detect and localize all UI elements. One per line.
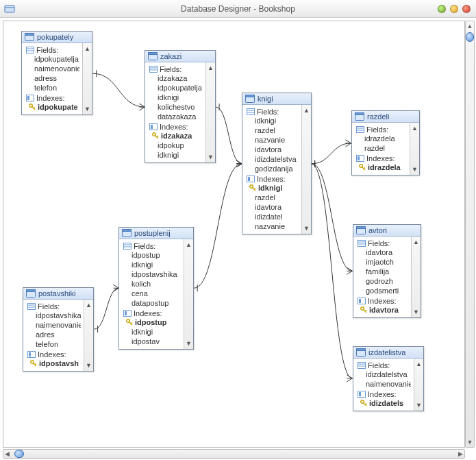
field-row[interactable]: telefon [26,83,79,93]
field-row[interactable]: idizdatelstva [358,370,411,379]
table-pokupately[interactable]: pokupatelyFields:idpokupateljanaimenovan… [21,31,92,115]
table-knigi[interactable]: knigiFields:idknigirazdelnazvanieidavtor… [242,93,312,234]
index-row-primary[interactable]: idzakaza [149,131,203,141]
scroll-up-icon[interactable]: ▲ [303,106,311,114]
window-titlebar[interactable]: Database Designer - Bookshop [0,0,476,18]
scroll-down-icon[interactable]: ▼ [415,401,423,409]
index-row-primary[interactable]: idavtora [358,305,408,315]
field-row[interactable]: naimenovanie [358,379,411,389]
scroll-down-icon[interactable]: ▼ [411,165,419,173]
table-header[interactable]: avtori [353,225,421,237]
table-header[interactable]: knigi [242,93,311,105]
scroll-up-icon[interactable]: ▲ [84,45,92,53]
table-postavshiki[interactable]: postavshikiFields:idpostavshikanaimenova… [23,287,94,372]
field-row[interactable]: razdel [247,125,299,135]
field-row[interactable]: idknigi [149,93,203,102]
scroll-up-icon[interactable]: ▲ [467,23,473,29]
table-header[interactable]: izdatelistva [353,347,423,359]
index-row[interactable]: idizdatel [247,212,299,221]
index-row-primary[interactable]: idrazdela [356,162,407,172]
field-row[interactable]: kolich [123,279,181,289]
field-row[interactable]: idavtora [247,145,299,154]
minimize-button[interactable] [438,5,446,13]
scroll-down-icon[interactable]: ▼ [412,308,421,316]
field-row[interactable]: idknigi [123,260,181,269]
field-row[interactable]: idzakaza [149,73,203,83]
table-scrollbar[interactable]: ▲▼ [410,123,419,175]
scroll-up-icon[interactable]: ▲ [85,301,93,309]
scroll-up-icon[interactable]: ▲ [185,241,193,249]
vertical-scroll-thumb[interactable] [466,32,474,42]
scroll-down-icon[interactable]: ▼ [303,224,311,232]
field-row[interactable]: godizdanija [247,164,299,173]
index-row[interactable]: idavtora [247,202,299,212]
table-postuplenij[interactable]: postuplenijFields:idpostupidknigiidposta… [118,227,194,350]
field-row[interactable]: naimenovanie [26,64,79,73]
table-scrollbar[interactable]: ▲▼ [205,62,215,162]
horizontal-scrollbar[interactable]: ◀ ▶ [3,449,465,459]
table-header[interactable]: razdeli [352,111,419,123]
index-row[interactable]: idknigi [149,150,203,160]
index-row[interactable]: idknigi [123,327,181,337]
index-row-primary[interactable]: idpokupate [26,102,79,112]
horizontal-scroll-thumb[interactable] [14,450,24,458]
field-row[interactable]: idpostup [123,250,181,260]
scroll-up-icon[interactable]: ▲ [415,360,423,368]
scroll-up-icon[interactable]: ▲ [207,64,215,72]
field-row[interactable]: idpostavshika [123,269,181,279]
scroll-right-icon[interactable]: ▶ [458,450,463,457]
field-row[interactable]: razdel [356,143,407,153]
table-scrollbar[interactable]: ▲▼ [414,359,423,411]
vertical-scrollbar[interactable]: ▲ ▼ [465,21,475,448]
table-zakazi[interactable]: zakaziFields:idzakazaidpokupateljaidknig… [145,50,216,163]
table-scrollbar[interactable]: ▲▼ [84,300,93,371]
field-row[interactable]: idavtora [358,247,408,257]
field-row[interactable]: idpokupatelja [26,54,79,64]
scroll-down-icon[interactable]: ▼ [85,361,93,370]
scroll-down-icon[interactable]: ▼ [185,339,193,348]
field-row[interactable]: adress [26,73,79,83]
field-row[interactable]: telefon [27,339,81,349]
table-razdeli[interactable]: razdeliFields:idrazdelarazdelIndexes:idr… [351,110,420,175]
field-row[interactable]: kolichestvo [149,102,203,112]
table-scrollbar[interactable]: ▲▼ [82,43,92,114]
field-row[interactable]: idknigi [247,116,299,125]
table-izdatelistva[interactable]: izdatelistvaFields:idizdatelstvanaimenov… [353,346,424,411]
field-row[interactable]: imjaotch [358,257,408,267]
index-row[interactable]: razdel [247,193,299,202]
scroll-left-icon[interactable]: ◀ [5,450,10,457]
table-header[interactable]: zakazi [145,51,215,62]
index-row-primary[interactable]: idizdatels [358,398,411,408]
maximize-button[interactable] [450,5,458,13]
table-avtori[interactable]: avtoriFields:idavtoraimjaotchfamilijagod… [353,224,421,318]
index-row[interactable]: idpostav [123,337,181,346]
field-row[interactable]: idrazdela [356,134,407,143]
field-row[interactable]: familija [358,267,408,276]
index-row-primary[interactable]: idpostup [123,317,181,327]
designer-canvas[interactable]: pokupatelyFields:idpokupateljanaimenovan… [3,21,465,448]
field-row[interactable]: datazakaza [149,112,203,121]
field-row[interactable]: nazvanie [247,135,299,145]
scroll-down-icon[interactable]: ▼ [467,439,473,446]
table-header[interactable]: pokupately [22,32,92,43]
field-row[interactable]: godrozh [358,276,408,286]
field-row[interactable]: cena [123,289,181,298]
table-header[interactable]: postuplenij [119,228,193,239]
index-row-primary[interactable]: idknigi [247,183,299,193]
scroll-down-icon[interactable]: ▼ [84,105,92,113]
index-row[interactable]: idpokup [149,141,203,150]
index-row[interactable]: nazvanie [247,221,299,231]
field-row[interactable]: idpokupatelja [149,83,203,93]
field-row[interactable]: idpostavshika [27,311,81,320]
table-scrollbar[interactable]: ▲▼ [184,239,193,349]
close-button[interactable] [462,5,471,13]
table-scrollbar[interactable]: ▲▼ [301,105,311,234]
table-scrollbar[interactable]: ▲▼ [411,237,421,317]
table-header[interactable]: postavshiki [23,288,93,300]
field-row[interactable]: idizdatelstva [247,154,299,164]
field-row[interactable]: adres [27,330,81,339]
scroll-up-icon[interactable]: ▲ [411,124,419,132]
scroll-up-icon[interactable]: ▲ [412,238,421,246]
field-row[interactable]: godsmerti [358,286,408,295]
field-row[interactable]: naimenovanie [27,320,81,330]
